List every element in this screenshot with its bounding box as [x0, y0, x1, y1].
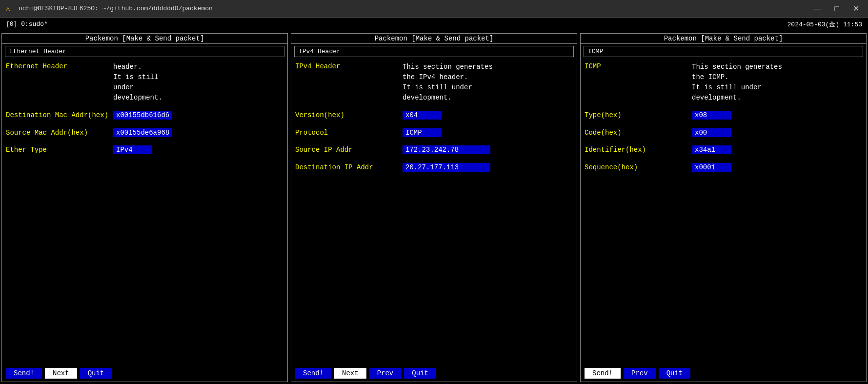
field-row-identifier: Identifier(hex) x34a1	[585, 145, 862, 155]
ethernet-panel: Packemon [Make & Send packet] Ethernet H…	[1, 33, 288, 382]
type-value[interactable]: x08	[692, 111, 731, 120]
icmp-panel-title: Packemon [Make & Send packet]	[581, 34, 866, 44]
field-row-code: Code(hex) x00	[585, 128, 862, 138]
ethernet-panel-content: Ethernet Header header.It is stillunderd…	[2, 60, 287, 365]
ipv4-prev-button[interactable]: Prev	[369, 368, 402, 379]
icmp-button-row: Send! Prev Quit	[581, 365, 866, 382]
dst-mac-label: Destination Mac Addr(hex)	[6, 111, 113, 121]
field-row-type: Type(hex) x08	[585, 111, 862, 121]
field-row-ether-type: Ether Type IPv4	[6, 145, 283, 155]
code-label: Code(hex)	[585, 128, 692, 138]
maximize-button[interactable]: □	[831, 3, 842, 14]
field-row-ipv4-header: IPv4 Header This section generatesthe IP…	[295, 62, 573, 103]
icmp-panel-content: ICMP This section generatesthe ICMP.It i…	[581, 60, 866, 365]
icmp-send-button[interactable]: Send!	[585, 368, 621, 379]
ethernet-button-row: Send! Next Quit	[2, 365, 287, 382]
eth-send-button[interactable]: Send!	[6, 368, 42, 379]
icmp-section-header: ICMP	[584, 46, 863, 57]
terminal-area: Packemon [Make & Send packet] Ethernet H…	[0, 31, 868, 384]
sequence-label: Sequence(hex)	[585, 163, 692, 173]
code-value[interactable]: x00	[692, 128, 731, 137]
ether-type-label: Ether Type	[6, 145, 113, 155]
tab-label[interactable]: [0] 0:sudo*	[2, 20, 52, 29]
dst-mac-value[interactable]: x00155db616d6	[113, 111, 172, 120]
eth-header-desc: header.It is stillunderdevelopment.	[113, 62, 162, 103]
ether-type-value[interactable]: IPv4	[113, 145, 152, 154]
sequence-value[interactable]: x0001	[692, 163, 731, 172]
ipv4-section-header: IPv4 Header	[294, 46, 574, 57]
close-button[interactable]: ✕	[850, 3, 862, 14]
ipv4-panel: Packemon [Make & Send packet] IPv4 Heade…	[291, 33, 577, 382]
protocol-label: Protocol	[295, 128, 403, 138]
field-row-version: Version(hex) x04	[295, 111, 573, 121]
dst-ip-label: Destination IP Addr	[295, 163, 403, 173]
icmp-prev-button[interactable]: Prev	[624, 368, 656, 379]
window-controls: — □ ✕	[810, 3, 862, 14]
src-ip-label: Source IP Addr	[295, 145, 403, 155]
window-icon: △	[6, 4, 15, 13]
eth-next-button[interactable]: Next	[45, 368, 77, 379]
version-value[interactable]: x04	[403, 111, 442, 120]
type-label: Type(hex)	[585, 111, 692, 121]
field-row-src-mac: Source Mac Addr(hex) x00155de6a968	[6, 128, 283, 138]
icmp-header-label: ICMP	[585, 62, 692, 72]
window-title: ochi@DESKTOP-8JL625O: ~/github.com/ddddd…	[19, 5, 213, 12]
minimize-button[interactable]: —	[810, 3, 824, 14]
src-mac-value[interactable]: x00155de6a968	[113, 128, 172, 137]
field-row-icmp-header: ICMP This section generatesthe ICMP.It i…	[585, 62, 862, 103]
ipv4-panel-title: Packemon [Make & Send packet]	[291, 34, 577, 44]
identifier-label: Identifier(hex)	[585, 145, 692, 155]
ipv4-send-button[interactable]: Send!	[295, 368, 331, 379]
src-mac-label: Source Mac Addr(hex)	[6, 128, 113, 138]
ipv4-next-button[interactable]: Next	[334, 368, 366, 379]
field-row-protocol: Protocol ICMP	[295, 128, 573, 138]
timestamp: 2024-05-03(金) 11:53	[784, 19, 866, 30]
eth-quit-button[interactable]: Quit	[80, 368, 112, 379]
tab-bar: [0] 0:sudo* 2024-05-03(金) 11:53	[0, 18, 868, 31]
icmp-header-desc: This section generatesthe ICMP.It is sti…	[692, 62, 782, 103]
ipv4-header-desc: This section generatesthe IPv4 header.It…	[403, 62, 493, 103]
field-row-dst-ip: Destination IP Addr 20.27.177.113	[295, 163, 573, 173]
eth-header-label: Ethernet Header	[6, 62, 113, 72]
field-row-eth-header: Ethernet Header header.It is stillunderd…	[6, 62, 283, 103]
icmp-quit-button[interactable]: Quit	[659, 368, 691, 379]
title-bar: △ ochi@DESKTOP-8JL625O: ~/github.com/ddd…	[0, 0, 868, 18]
ipv4-header-label: IPv4 Header	[295, 62, 403, 72]
version-label: Version(hex)	[295, 111, 403, 121]
field-row-dst-mac: Destination Mac Addr(hex) x00155db616d6	[6, 111, 283, 121]
ipv4-quit-button[interactable]: Quit	[404, 368, 436, 379]
ipv4-panel-content: IPv4 Header This section generatesthe IP…	[291, 60, 577, 365]
field-row-sequence: Sequence(hex) x0001	[585, 163, 862, 173]
src-ip-value[interactable]: 172.23.242.78	[403, 145, 490, 154]
identifier-value[interactable]: x34a1	[692, 145, 731, 154]
ipv4-button-row: Send! Next Prev Quit	[291, 365, 577, 382]
ethernet-panel-title: Packemon [Make & Send packet]	[2, 34, 287, 44]
protocol-value[interactable]: ICMP	[403, 128, 442, 137]
ethernet-section-header: Ethernet Header	[5, 46, 284, 57]
icmp-panel: Packemon [Make & Send packet] ICMP ICMP …	[580, 33, 867, 382]
dst-ip-value[interactable]: 20.27.177.113	[403, 163, 490, 172]
field-row-src-ip: Source IP Addr 172.23.242.78	[295, 145, 573, 155]
